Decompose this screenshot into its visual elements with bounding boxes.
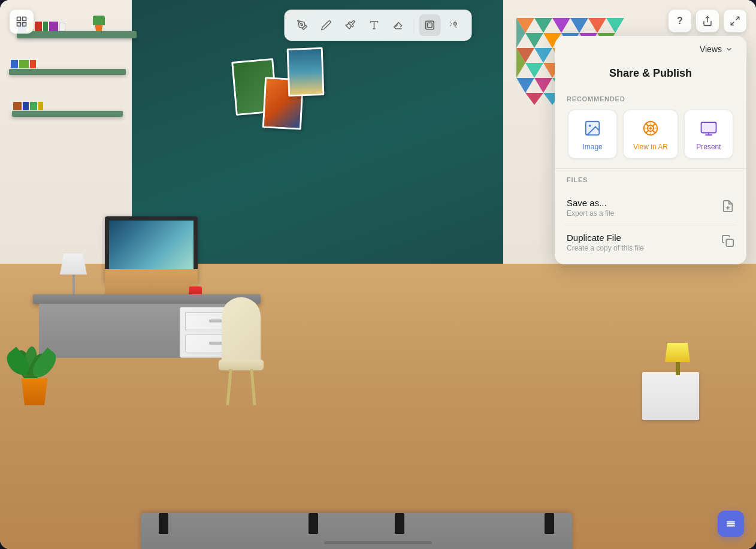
panel-views-row: Views bbox=[555, 36, 746, 56]
share-icon bbox=[702, 16, 713, 26]
svg-point-49 bbox=[589, 125, 591, 127]
views-label: Views bbox=[700, 44, 722, 54]
share-button[interactable] bbox=[696, 10, 719, 32]
svg-rect-41 bbox=[17, 17, 21, 21]
duplicate-icon bbox=[721, 234, 734, 251]
svg-marker-2 bbox=[552, 18, 570, 33]
book-row-3 bbox=[13, 102, 43, 110]
svg-marker-5 bbox=[606, 18, 624, 33]
svg-marker-6 bbox=[525, 33, 543, 48]
panel-header: Share & Publish bbox=[555, 56, 746, 88]
top-right-controls: ? bbox=[669, 10, 746, 32]
svg-marker-3 bbox=[570, 18, 588, 33]
plant bbox=[18, 378, 51, 405]
svg-marker-25 bbox=[534, 78, 552, 93]
svg-line-47 bbox=[731, 22, 734, 25]
svg-rect-58 bbox=[726, 239, 733, 246]
svg-rect-38 bbox=[426, 21, 434, 29]
shelf-1 bbox=[17, 31, 137, 38]
svg-point-35 bbox=[301, 24, 303, 26]
fullscreen-button[interactable] bbox=[724, 10, 746, 32]
ar-option[interactable]: View in AR bbox=[623, 110, 678, 159]
image-option[interactable]: Image bbox=[568, 110, 617, 159]
save-as-title: Save as... bbox=[567, 198, 614, 208]
recommended-label: RECOMMENDED bbox=[555, 88, 746, 107]
image-icon bbox=[582, 117, 603, 139]
book-row-2 bbox=[11, 60, 36, 68]
shelf-decor bbox=[93, 16, 105, 31]
shelf-3 bbox=[12, 111, 123, 117]
svg-marker-24 bbox=[516, 78, 534, 93]
grid-view-button[interactable] bbox=[10, 10, 34, 34]
menu-icon bbox=[725, 518, 737, 530]
svg-marker-30 bbox=[525, 93, 543, 105]
shelf-2 bbox=[9, 69, 126, 75]
toolbar-separator bbox=[414, 18, 415, 32]
help-icon: ? bbox=[677, 16, 683, 26]
panel-title: Share & Publish bbox=[567, 67, 734, 80]
fab-button[interactable] bbox=[718, 511, 744, 537]
chair bbox=[222, 297, 261, 363]
app-window: ? Views Share bbox=[0, 0, 756, 549]
svg-marker-18 bbox=[525, 63, 543, 78]
fullscreen-icon bbox=[730, 16, 740, 26]
svg-rect-39 bbox=[428, 23, 433, 28]
save-as-icon bbox=[721, 200, 734, 216]
chevron-down-icon bbox=[725, 45, 733, 53]
frame-tool[interactable] bbox=[419, 14, 441, 36]
svg-point-40 bbox=[454, 23, 457, 26]
svg-point-52 bbox=[649, 127, 652, 129]
pen-tool[interactable] bbox=[292, 14, 313, 36]
svg-line-46 bbox=[736, 17, 739, 20]
magic-tool[interactable] bbox=[443, 14, 465, 36]
nightstand bbox=[642, 372, 699, 420]
pencil-tool[interactable] bbox=[316, 14, 337, 36]
svg-marker-13 bbox=[534, 48, 552, 63]
recommended-items: Image View in AR bbox=[555, 107, 746, 168]
ar-label: View in AR bbox=[633, 143, 668, 151]
eraser-tool[interactable] bbox=[388, 14, 409, 36]
svg-marker-1 bbox=[534, 18, 552, 33]
text-tool[interactable] bbox=[364, 14, 385, 36]
ar-icon bbox=[640, 117, 661, 139]
save-as-item[interactable]: Save as... Export as a file bbox=[555, 191, 746, 225]
image-label: Image bbox=[582, 143, 602, 151]
nightstand-lamp bbox=[665, 343, 690, 375]
share-publish-panel: Views Share & Publish RECOMMENDED bbox=[555, 36, 746, 264]
duplicate-file-item[interactable]: Duplicate File Create a copy of this fil… bbox=[555, 225, 746, 260]
monitor bbox=[105, 216, 198, 297]
svg-rect-44 bbox=[23, 23, 26, 26]
brush-tool[interactable] bbox=[340, 14, 361, 36]
toolbar bbox=[285, 10, 472, 41]
files-label: FILES bbox=[555, 169, 746, 188]
svg-marker-4 bbox=[588, 18, 606, 33]
svg-rect-42 bbox=[23, 17, 26, 21]
files-section: Save as... Export as a file Duplicate Fi bbox=[555, 188, 746, 264]
present-icon bbox=[698, 117, 719, 139]
help-button[interactable]: ? bbox=[669, 10, 691, 32]
wall-photo-3 bbox=[287, 47, 325, 96]
present-label: Present bbox=[696, 143, 721, 151]
bottom-scrollbar[interactable] bbox=[324, 541, 432, 544]
save-as-subtitle: Export as a file bbox=[567, 209, 614, 218]
svg-rect-53 bbox=[701, 122, 716, 133]
svg-rect-43 bbox=[17, 23, 21, 26]
duplicate-title: Duplicate File bbox=[567, 233, 644, 243]
duplicate-subtitle: Create a copy of this file bbox=[567, 244, 644, 252]
present-option[interactable]: Present bbox=[684, 110, 733, 159]
views-dropdown-button[interactable]: Views bbox=[695, 42, 738, 56]
